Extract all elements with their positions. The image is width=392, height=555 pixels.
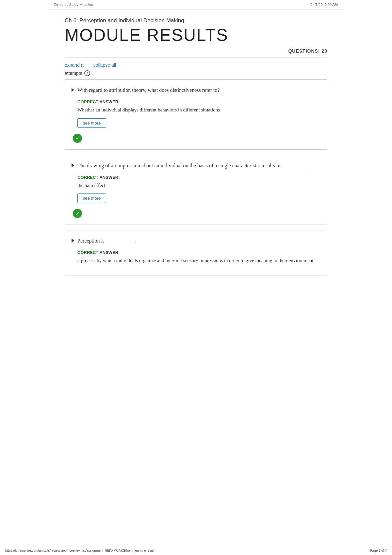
attempts-row: attempts i — [65, 70, 327, 79]
correct-answer-label-2: CORRECT ANSWER: — [77, 175, 319, 180]
question-text-2: The drawing of an impression about an in… — [77, 162, 312, 170]
questions-count: QUESTIONS: 20 — [65, 48, 327, 58]
question-card-2: The drawing of an impression about an in… — [65, 155, 327, 225]
correct-answer-label-1: CORRECT ANSWER: — [77, 99, 319, 104]
correct-label-1: CORRECT — [77, 99, 98, 104]
question-header-1: With regard to attribution theory, what … — [72, 86, 319, 94]
answer-label-3: ANSWER: — [99, 250, 120, 255]
check-icon-row-2: ✓ — [72, 209, 319, 218]
answer-text-3: a process by which individuals organize … — [77, 257, 319, 264]
check-icon-row-1: ✓ — [72, 134, 319, 143]
collapse-icon-3[interactable] — [72, 239, 74, 243]
correct-label-3: CORRECT — [77, 250, 98, 255]
info-icon[interactable]: i — [84, 70, 90, 76]
question-header-3: Perception is ___________. — [72, 237, 319, 245]
chapter-title: Ch 6: Perception and Individual Decision… — [65, 17, 327, 24]
answer-label-2: ANSWER: — [99, 175, 120, 180]
question-card-1: With regard to attribution theory, what … — [65, 79, 327, 150]
question-text-1: With regard to attribution theory, what … — [77, 86, 220, 94]
check-circle-2: ✓ — [73, 209, 82, 218]
question-card-3: Perception is ___________. CORRECT ANSWE… — [65, 230, 327, 276]
attempts-label: attempts — [65, 71, 82, 76]
see-more-button-2[interactable]: see more — [77, 193, 106, 203]
app-name: Dynamic Study Modules — [54, 3, 93, 7]
question-header-2: The drawing of an impression about an in… — [72, 162, 319, 170]
correct-label-2: CORRECT — [77, 175, 98, 180]
module-title: MODULE RESULTS — [65, 26, 327, 44]
answer-label-1: ANSWER: — [99, 99, 120, 104]
page-container: Ch 6: Perception and Individual Decision… — [49, 9, 343, 294]
check-circle-1: ✓ — [73, 134, 82, 143]
question-text-3: Perception is ___________. — [77, 237, 136, 245]
collapse-icon-1[interactable] — [72, 88, 74, 92]
controls-row: expand all collapse all — [65, 58, 327, 70]
correct-answer-label-3: CORRECT ANSWER: — [77, 250, 319, 255]
header-bar: Dynamic Study Modules 24/1/20, 9:00 AM — [49, 0, 343, 9]
see-more-button-1[interactable]: see more — [77, 118, 106, 128]
answer-text-2: the halo effect — [77, 182, 319, 189]
collapse-all-link[interactable]: collapse all — [93, 62, 116, 68]
timestamp: 24/1/20, 9:00 AM — [311, 3, 338, 7]
expand-all-link[interactable]: expand all — [65, 62, 86, 68]
answer-text-1: Whether an individual displays different… — [77, 106, 319, 114]
collapse-icon-2[interactable] — [72, 163, 74, 167]
